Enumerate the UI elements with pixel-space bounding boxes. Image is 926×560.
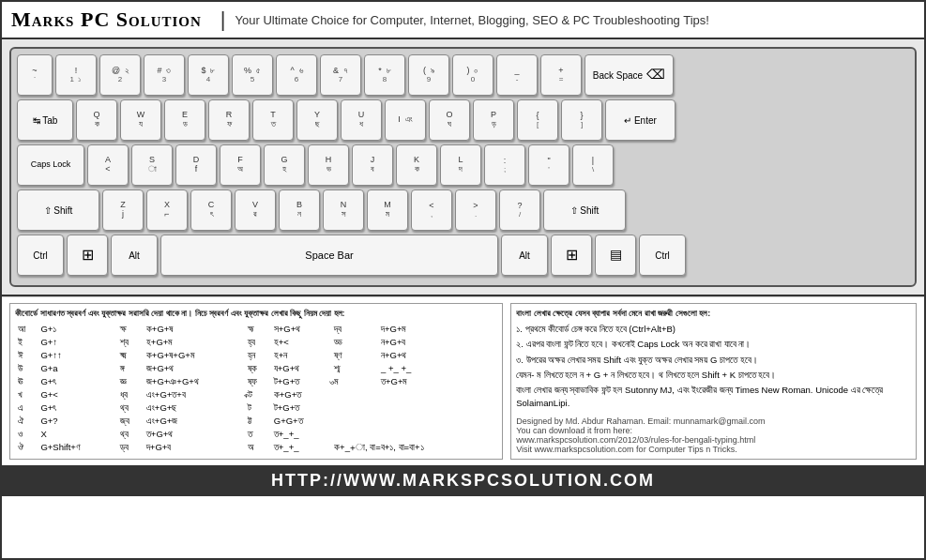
table-row: ঈG+↑↑ ক্ষ্মক+G+ষ+G+ম হ্নহ+ন ষ্ণন+G+থ [15,349,497,362]
key-w[interactable]: W য [120,99,161,141]
info-right: বাংলা লেখার ক্ষেত্রে যেসব ব্যাপার সর্বদা… [510,303,917,460]
key-4[interactable]: $ ৮ 4 [188,54,229,96]
key-shift-left[interactable]: ⇧ Shift [17,189,99,231]
key-x[interactable]: X ⌐ [146,189,188,231]
keyboard-row-bottom: Ctrl ⊞ Alt Space Bar Alt ⊞ ▤ Ctrl [17,235,909,276]
key-semicolon[interactable]: : ; [484,144,525,186]
key-caps-lock[interactable]: Caps Lock [17,144,84,186]
key-period[interactable]: > . [455,189,496,231]
key-0[interactable]: ) ০ 0 [452,54,493,96]
key-8[interactable]: * ৮ 8 [364,54,405,96]
key-spacebar[interactable]: Space Bar [160,235,498,276]
key-j[interactable]: J ব [352,144,393,186]
table-row: ঊG+ৎ জ্ঞজ+G+ঞ+G+থ ষ্ফট+G+ত ত্মত+G+ম [15,375,497,388]
keyboard-row-zxcv: ⇧ Shift Z j X ⌐ C ৎ V র B ন [17,189,909,231]
key-ctrl-right[interactable]: Ctrl [639,235,686,276]
key-rbracket[interactable]: } ] [561,99,602,141]
key-5[interactable]: % ৫ 5 [232,54,273,96]
key-9[interactable]: ( ৯ 9 [408,54,449,96]
info-point-5: বাংলা লেখার জন্য স্বাভাবিক ফন্ট হল Suton… [516,384,911,411]
key-comma[interactable]: < , [411,189,452,231]
key-d[interactable]: D f [175,144,217,186]
key-v[interactable]: V র [235,189,276,231]
info-left: কীবোর্ডে সাধারণত স্বরবর্ণ এবং যুক্তাক্ষর… [9,303,503,460]
key-enter[interactable]: ↵ Enter [605,99,676,141]
key-tab[interactable]: ↹ Tab [17,99,73,141]
key-win-right[interactable]: ⊞ [551,235,592,276]
key-s[interactable]: S া [131,144,173,186]
design-note: Designed by Md. Abdur Rahaman. Email: mu… [516,416,911,454]
table-row: এG+ৎ থ্বএং+G+ছ টট+G+ত [15,401,497,415]
footer-url: HTTP://WWW.MARKSPCSOLUTION.COM [271,471,655,490]
info-left-title: কীবোর্ডে সাধারণত স্বরবর্ণ এবং যুক্তাক্ষর… [15,309,497,319]
header-divider: | [220,8,226,32]
key-o[interactable]: O ঘ [429,99,470,141]
keyboard-row-asdf: Caps Lock A < S া D f F অ G হ [17,144,909,186]
key-t[interactable]: T ত [252,99,294,141]
info-right-title: বাংলা লেখার ক্ষেত্রে যেসব ব্যাপার সর্বদা… [516,309,911,319]
keyboard-row-qwerty: ↹ Tab Q ক W য E ড R ফ T ত Y [17,99,909,141]
key-1[interactable]: ! 1 ১ [55,54,97,96]
key-win-left[interactable]: ⊞ [67,235,108,276]
key-y[interactable]: Y ছ [296,99,338,141]
table-row: উG+a ঙ্গজ+G+থ ষ্কয+G+থ শ্ম_ +_ +_ [15,362,497,375]
key-slash[interactable]: ? / [499,189,540,231]
key-3[interactable]: # ৩ 3 [144,54,185,96]
key-r[interactable]: R ফ [208,99,250,141]
key-f[interactable]: F অ [220,144,261,186]
logo-text: Marks PC Solution [11,8,202,31]
keyboard-row-numbers: ~ ` ! 1 ১ @ ২ 2 # ৩ 3 $ ৮ 4 % ৫ 5 [17,54,909,96]
info-point-3: ৩. উপরের অক্ষর লেখার সময় Shift এবং যুক্… [516,354,911,367]
table-row: আG+১ ক্ষক+G+ষ হ্মস+G+থ দ্বদ+G+ম [15,323,497,336]
key-i[interactable]: I এং [385,99,426,141]
typing-table: আG+১ ক্ষক+G+ষ হ্মস+G+থ দ্বদ+G+ম ইG+↑ শ্ব… [15,323,497,454]
key-minus[interactable]: _ - [496,54,538,96]
key-menu[interactable]: ▤ [595,235,636,276]
table-row: ইG+↑ শ্বহ+G+ম হ্বহ+< ড্ডন+G+ব [15,336,497,349]
key-h[interactable]: H ভ [308,144,349,186]
key-2[interactable]: @ ২ 2 [99,54,141,96]
key-u[interactable]: U ধ [341,99,382,141]
table-row: ওX থ্বত+G+থ তত+_+_ [15,428,497,441]
key-alt-right[interactable]: Alt [501,235,548,276]
logo: Marks PC Solution [11,8,202,32]
table-row: খG+< ধ্বএং+G+ত+ব ক্টক+G+ত [15,388,497,401]
key-equals[interactable]: + = [540,54,582,96]
keyboard: ~ ` ! 1 ১ @ ২ 2 # ৩ 3 $ ৮ 4 % ৫ 5 [9,47,917,287]
key-backslash[interactable]: | \ [572,144,614,186]
table-row: ঐG+? জ্বএং+G+জ ট্টG+G+ত [15,415,497,428]
key-lbracket[interactable]: { [ [517,99,558,141]
table-row: ঔG+Shift+ণ ড্বদ+G+ব অত+_+_ ক+_+া, বা=ব+১… [15,441,497,454]
keyboard-section: ~ ` ! 1 ১ @ ২ 2 # ৩ 3 $ ৮ 4 % ৫ 5 [2,39,924,296]
info-point-1: ১. প্রথমে কীবোর্ড চেঙ্গ করে নিতে হবে (Ct… [516,323,911,336]
info-point-4: যেমন- ম লিখতে হলে ন + G + ন লিখতে হবে। থ… [516,369,911,382]
key-6[interactable]: ^ ৬ 6 [276,54,317,96]
key-alt-left[interactable]: Alt [111,235,158,276]
key-ctrl-left[interactable]: Ctrl [17,235,64,276]
key-backspace[interactable]: Back Space ⌫ [584,54,674,96]
key-tilde[interactable]: ~ ` [17,54,53,96]
key-k[interactable]: K ক [396,144,437,186]
key-7[interactable]: & ৭ 7 [320,54,361,96]
key-quote[interactable]: " ' [528,144,569,186]
key-p[interactable]: P ড় [473,99,514,141]
key-z[interactable]: Z j [102,189,144,231]
key-b[interactable]: B ন [279,189,320,231]
key-a[interactable]: A < [87,144,129,186]
key-n[interactable]: N স [323,189,364,231]
header: Marks PC Solution | Your Ultimate Choice… [2,2,924,39]
key-q[interactable]: Q ক [76,99,117,141]
key-c[interactable]: C ৎ [190,189,232,231]
key-shift-right[interactable]: ⇧ Shift [543,189,626,231]
key-e[interactable]: E ড [164,99,205,141]
key-g[interactable]: G হ [264,144,305,186]
key-l[interactable]: L দ [440,144,481,186]
header-tagline: Your Ultimate Choice for Computer, Inter… [235,13,709,27]
footer: HTTP://WWW.MARKSPCSOLUTION.COM [2,465,924,496]
key-m[interactable]: M ম [367,189,408,231]
info-point-2: ২. এরপর বাংলা ফন্ট নিতে হবে। কখনোই Caps … [516,338,911,351]
info-section: কীবোর্ডে সাধারণত স্বরবর্ণ এবং যুক্তাক্ষর… [2,296,924,465]
